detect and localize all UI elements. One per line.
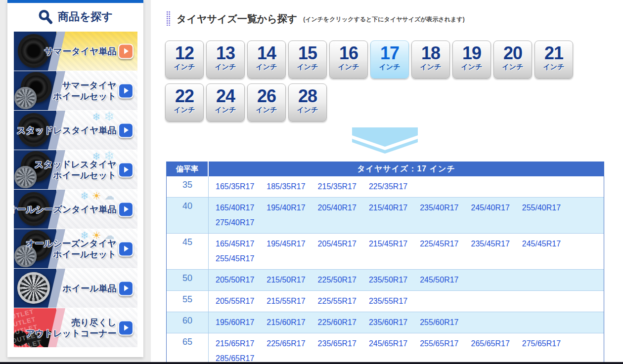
inch-unit-label: インチ — [174, 63, 195, 71]
tire-size-link[interactable]: 205/40R17 — [318, 201, 356, 215]
play-arrow-icon — [118, 320, 134, 335]
tire-size-links: 165/35R17 185/35R17 215/35R17 225/35R17 — [209, 176, 604, 197]
inch-number: 24 — [216, 87, 235, 106]
tire-size-link[interactable]: 225/45R17 — [420, 237, 458, 251]
inch-button[interactable]: 20 インチ — [493, 40, 532, 79]
tire-size-link[interactable]: 235/60R17 — [369, 315, 407, 330]
table-row: 60 195/60R17 215/60R17 225/60R17 235/60R… — [167, 312, 604, 333]
tire-size-link[interactable]: 215/35R17 — [318, 179, 356, 194]
inch-number: 26 — [257, 87, 276, 106]
inch-button[interactable]: 19 インチ — [452, 40, 491, 79]
sidebar-menu-item[interactable]: ❄ ☀ ☁ オールシーズンタイヤ ホイールセット — [14, 229, 137, 268]
tire-size-link[interactable]: 225/60R17 — [318, 315, 356, 330]
tire-size-link[interactable]: 255/40R17 — [522, 201, 561, 215]
menu-item-label: サマータイヤ — [62, 80, 116, 91]
tire-size-link[interactable]: 205/50R17 — [216, 273, 254, 287]
tire-size-link[interactable]: 195/45R17 — [267, 237, 305, 251]
table-row: 65 215/65R17 225/65R17 235/65R17 245/65R… — [167, 333, 604, 364]
inch-button[interactable]: 24 インチ — [206, 83, 245, 121]
tire-size-links: 165/40R17 195/40R17 205/40R17 215/40R17 … — [209, 198, 604, 233]
menu-item-label-box: オールシーズンタイヤ ホイールセット — [58, 229, 117, 268]
sidebar-menu-item[interactable]: サマータイヤ単品 — [14, 32, 137, 71]
sidebar-menu-item[interactable]: OUTLET OUTLET OUTLET OUTLET OUTLET OUTLE… — [14, 308, 137, 347]
inch-button[interactable]: 14 インチ — [247, 40, 286, 79]
tire-size-link[interactable]: 165/35R17 — [216, 179, 254, 194]
inch-button[interactable]: 17 インチ — [370, 40, 409, 79]
inch-button[interactable]: 26 インチ — [247, 83, 286, 121]
tire-size-link[interactable]: 205/55R17 — [216, 294, 254, 309]
menu-item-label: オールシーズンタイヤ — [26, 238, 116, 249]
menu-item-label-box: オールシーズンタイヤ単品 — [58, 190, 117, 229]
tire-size-link[interactable]: 255/45R17 — [216, 251, 254, 266]
tire-size-link[interactable]: 235/55R17 — [369, 294, 407, 309]
inch-button[interactable]: 15 インチ — [288, 40, 327, 79]
inch-unit-label: インチ — [297, 63, 318, 71]
section-subtitle: (インチをクリックすると下にタイヤサイズが表示されます) — [303, 15, 464, 26]
tire-size-link[interactable]: 275/40R17 — [216, 215, 254, 230]
magnifier-icon — [38, 9, 53, 24]
menu-item-label: スタッドレスタイヤ単品 — [17, 125, 117, 136]
tire-size-link[interactable]: 235/65R17 — [318, 336, 356, 351]
menu-item-label-box: サマータイヤ単品 — [58, 32, 117, 71]
tire-size-link[interactable]: 235/45R17 — [471, 237, 509, 251]
tire-size-link[interactable]: 195/60R17 — [216, 315, 254, 330]
tire-size-link[interactable]: 255/60R17 — [420, 315, 458, 330]
tire-size-link[interactable]: 215/40R17 — [369, 201, 407, 215]
tire-size-link[interactable]: 225/50R17 — [318, 273, 356, 287]
section-title-marker-icon — [166, 11, 171, 26]
tire-size-link[interactable]: 235/50R17 — [369, 273, 407, 287]
tire-size-link[interactable]: 165/45R17 — [216, 237, 254, 251]
tire-size-link[interactable]: 215/45R17 — [369, 237, 407, 251]
tire-size-link[interactable]: 185/35R17 — [267, 179, 305, 194]
tire-size-link[interactable]: 195/40R17 — [267, 201, 305, 215]
tire-size-link[interactable]: 225/55R17 — [318, 294, 356, 309]
tire-size-links: 215/65R17 225/65R17 235/65R17 245/65R17 … — [209, 333, 604, 364]
outlet-watermark — [14, 229, 56, 235]
tire-size-link[interactable]: 215/60R17 — [267, 315, 305, 330]
tire-size-link[interactable]: 245/40R17 — [471, 201, 509, 215]
tire-size-links: 205/50R17 215/50R17 225/50R17 235/50R17 … — [209, 270, 604, 290]
tire-size-link[interactable]: 265/65R17 — [471, 336, 509, 351]
sidebar-menu-item[interactable]: ❄ ❄ スタッドレスタイヤ ホイールセット — [14, 150, 137, 189]
inch-button[interactable]: 18 インチ — [411, 40, 450, 79]
sidebar-header: 商品を探す — [7, 3, 143, 31]
inch-button[interactable]: 12 インチ — [165, 40, 204, 79]
tire-size-link[interactable]: 275/65R17 — [522, 336, 561, 351]
tire-size-link[interactable]: 245/65R17 — [369, 336, 407, 351]
inch-button[interactable]: 28 インチ — [288, 83, 327, 121]
inch-button[interactable]: 13 インチ — [206, 40, 245, 79]
inch-unit-label: インチ — [174, 106, 195, 114]
tire-size-link[interactable]: 215/55R17 — [267, 294, 305, 309]
inch-unit-label: インチ — [256, 63, 277, 71]
inch-button[interactable]: 16 インチ — [329, 40, 368, 79]
sidebar-menu-item[interactable]: ホイール単品 — [14, 269, 137, 308]
inch-button[interactable]: 22 インチ — [165, 83, 204, 121]
table-row: 40 165/40R17 195/40R17 205/40R17 215/40R… — [167, 197, 604, 233]
tire-size-link[interactable]: 235/40R17 — [420, 201, 458, 215]
tire-size-link[interactable]: 245/50R17 — [420, 273, 458, 287]
table-row: 55 205/55R17 215/55R17 225/55R17 235/55R… — [167, 290, 604, 312]
inch-button[interactable]: 21 インチ — [534, 40, 573, 79]
inch-number: 16 — [339, 44, 358, 63]
sidebar-menu-item[interactable]: サマータイヤ ホイールセット — [14, 71, 137, 110]
tire-size-link[interactable]: 255/65R17 — [420, 336, 458, 351]
inch-number: 14 — [257, 44, 276, 63]
inch-unit-label: インチ — [461, 63, 483, 71]
tire-size-links: 165/45R17 195/45R17 205/45R17 215/45R17 … — [209, 234, 604, 269]
outlet-watermark — [14, 32, 56, 38]
tire-size-link[interactable]: 215/65R17 — [216, 336, 254, 351]
tire-size-link[interactable]: 225/65R17 — [267, 336, 305, 351]
menu-item-label-line2: ホイールセット — [53, 170, 117, 181]
tire-size-link[interactable]: 225/35R17 — [369, 179, 407, 194]
sidebar-menu-item[interactable]: ❄ ☀ ☁ オールシーズンタイヤ単品 — [14, 190, 137, 229]
sidebar-menu-item[interactable]: ❄ ❄ スタッドレスタイヤ単品 — [14, 111, 137, 150]
tire-size-link[interactable]: 245/45R17 — [522, 237, 561, 251]
aspect-ratio-value: 35 — [167, 176, 209, 197]
tire-size-link[interactable]: 215/50R17 — [267, 273, 305, 287]
tire-size-link[interactable]: 165/40R17 — [216, 201, 254, 215]
outlet-watermark — [14, 150, 56, 156]
outlet-watermark — [14, 111, 56, 117]
tire-size-link[interactable]: 205/45R17 — [318, 237, 356, 251]
play-arrow-icon — [118, 43, 134, 59]
tire-size-links: 195/60R17 215/60R17 225/60R17 235/60R17 … — [209, 312, 604, 333]
